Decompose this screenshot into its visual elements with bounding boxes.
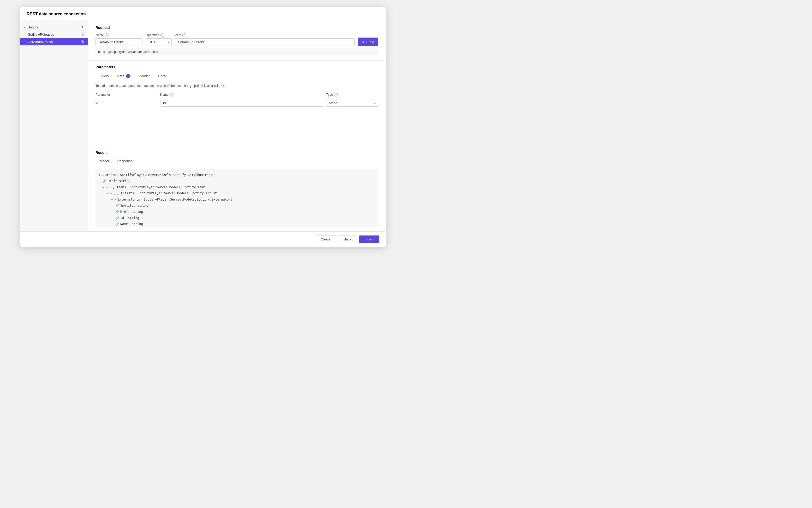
tree-node-text: Spotify: string xyxy=(120,203,149,209)
chevron-down-icon: ▼ xyxy=(24,26,26,29)
sidebar-group-label: Spotify xyxy=(28,25,38,29)
operation-field-group: Operation i GET POST PUT DELETE xyxy=(146,33,172,46)
leaf-icon: 🔗 xyxy=(115,203,119,208)
result-title: Result xyxy=(95,151,378,155)
list-item: 🔗 Href: string xyxy=(98,178,375,184)
tree-node-text: Href: string xyxy=(108,178,130,184)
list-item: ▼ ⇄ [ ] Artists: SpotifyPlayer.Server.Mo… xyxy=(98,190,375,197)
modal-body: ▼ Spotify + GetNewReleases 🗑 GetAlbumTra… xyxy=(21,20,385,231)
back-button[interactable]: Back xyxy=(339,235,356,243)
list-item: 🔗 Id: string xyxy=(98,215,375,221)
finish-button[interactable]: Finish xyxy=(359,236,379,243)
modal-overlay: REST data source connection ▼ Spotify + … xyxy=(0,0,406,254)
path-label: Path i xyxy=(175,33,355,37)
table-row: id string integer boolean numbe xyxy=(95,98,378,108)
param-name-cell: id xyxy=(95,100,158,107)
obj-type-icon: ⇄ xyxy=(114,197,116,203)
tree-node-text: Id: string xyxy=(120,215,139,221)
sidebar-item-getalbumtracks[interactable]: GetAlbumTracks 🗑 xyxy=(21,38,88,45)
param-col-header: Parameter xyxy=(95,93,158,96)
sidebar-group: ▼ Spotify + GetNewReleases 🗑 GetAlbumTra… xyxy=(21,24,88,45)
sidebar-item-getnewreleases[interactable]: GetNewReleases 🗑 xyxy=(21,31,88,38)
path-info-text: To add or delete a path parameter, updat… xyxy=(95,84,378,88)
operation-select-wrapper: GET POST PUT DELETE PATCH ▼ xyxy=(146,38,172,46)
collapse-icon[interactable]: ▼ xyxy=(107,191,109,196)
list-item: 🔗 Href: string xyxy=(98,209,375,215)
request-section-title: Request xyxy=(95,26,378,30)
tree-node-text: Name: string xyxy=(120,221,143,227)
list-item: 🔗 Name: string xyxy=(98,221,375,227)
name-info-icon[interactable]: i xyxy=(105,33,109,37)
name-input[interactable] xyxy=(95,38,143,46)
tab-path[interactable]: Path 1 xyxy=(113,72,134,80)
tree-node-text: <root>: SpotifyPlayer.Server.Models.Spot… xyxy=(105,172,212,178)
modal-header: REST data source connection xyxy=(21,7,385,20)
tab-model[interactable]: Model xyxy=(95,157,113,165)
tab-body[interactable]: Body xyxy=(154,72,170,80)
leaf-icon: 🔗 xyxy=(115,216,119,221)
request-section: Request Name i xyxy=(88,20,385,61)
modal-title: REST data source connection xyxy=(27,12,379,20)
name-label: Name i xyxy=(95,33,143,37)
name-field-group: Name i xyxy=(95,33,143,46)
result-tabs: Model Response xyxy=(95,157,378,165)
collapse-icon[interactable]: ▼ xyxy=(111,197,113,202)
parameter-table: Parameter Name i Type i xyxy=(95,92,378,108)
operation-label: Operation i xyxy=(146,33,172,37)
sidebar-group-title: ▼ Spotify xyxy=(24,25,38,29)
param-type-select-wrapper: string integer boolean number ▼ xyxy=(326,100,378,107)
arr-type-icon: ⇄ xyxy=(106,185,108,190)
sidebar-item-label: GetAlbumTracks xyxy=(28,40,81,44)
sidebar-add-button[interactable]: + xyxy=(80,25,85,30)
tree-node-text: [ ] Items: SpotifyPlayer.Server.Models.S… xyxy=(109,185,205,190)
sidebar-group-header[interactable]: ▼ Spotify + xyxy=(21,24,88,31)
path-link[interactable]: path xyxy=(160,84,166,88)
list-item: ▼ ⇄ <root>: SpotifyPlayer.Server.Models.… xyxy=(98,172,375,178)
url-suffix: /tracks xyxy=(149,50,158,54)
sidebar: ▼ Spotify + GetNewReleases 🗑 GetAlbumTra… xyxy=(21,20,88,231)
scrollable-main: Request Name i xyxy=(88,20,385,231)
delete-icon[interactable]: 🗑 xyxy=(81,39,85,44)
leaf-icon: 🔗 xyxy=(103,179,107,184)
url-display: https://api.spotify.com/v1/albums/{id}/t… xyxy=(95,48,378,55)
tab-response[interactable]: Response xyxy=(113,157,137,165)
leaf-icon: 🔗 xyxy=(115,209,119,215)
arr-type-icon: ⇄ xyxy=(110,190,112,196)
tab-query[interactable]: Query xyxy=(95,72,113,80)
operation-select[interactable]: GET POST PUT DELETE PATCH xyxy=(146,38,172,46)
type-col-info-icon[interactable]: i xyxy=(334,93,338,96)
parameters-section: Parameters Query Path 1 Header xyxy=(88,61,385,146)
collapse-icon[interactable]: ▼ xyxy=(98,172,100,178)
tab-header[interactable]: Header xyxy=(135,72,154,80)
request-fields: Name i Operation i xyxy=(95,33,378,46)
path-field-group: Path i xyxy=(175,33,355,46)
operation-info-icon[interactable]: i xyxy=(160,33,164,37)
cancel-button[interactable]: Cancel xyxy=(316,235,336,243)
list-item: ▼ ⇄ [ ] Items: SpotifyPlayer.Server.Mode… xyxy=(98,184,375,190)
result-section: Result Model Response xyxy=(88,146,385,231)
collapse-icon[interactable]: ▼ xyxy=(103,185,105,190)
tree-node-text: Href: string xyxy=(120,209,143,215)
tree-node-text: [ ] Artists: SpotifyPlayer.Server.Models… xyxy=(113,190,217,196)
param-table-header: Parameter Name i Type i xyxy=(95,92,378,98)
delete-icon[interactable]: 🗑 xyxy=(81,32,85,37)
leaf-icon: 🔗 xyxy=(115,222,119,227)
param-name-input-wrapper xyxy=(160,100,324,107)
modal: REST data source connection ▼ Spotify + … xyxy=(21,7,385,247)
result-tree: ▼ ⇄ <root>: SpotifyPlayer.Server.Models.… xyxy=(95,169,378,227)
send-button[interactable]: ➤ Send xyxy=(358,38,378,46)
path-info-icon[interactable]: i xyxy=(182,33,186,37)
url-id-highlight: {id} xyxy=(144,50,149,54)
path-input[interactable] xyxy=(175,38,355,46)
tree-node-text: ExternalUrls: SpotifyPlayer.Server.Model… xyxy=(117,197,233,203)
param-type-select[interactable]: string integer boolean number xyxy=(326,100,378,107)
type-col-header: Type i xyxy=(326,93,378,96)
path-tab-badge: 1 xyxy=(126,74,130,78)
url-prefix: https://api.spotify.com/v1/ xyxy=(98,50,133,54)
name-col-header: Name i xyxy=(160,93,324,96)
param-name-input[interactable] xyxy=(160,100,324,107)
name-col-info-icon[interactable]: i xyxy=(170,93,173,96)
modal-footer: Cancel Back Finish xyxy=(21,231,385,247)
sidebar-item-label: GetNewReleases xyxy=(28,33,81,37)
obj-type-icon: ⇄ xyxy=(102,172,104,178)
